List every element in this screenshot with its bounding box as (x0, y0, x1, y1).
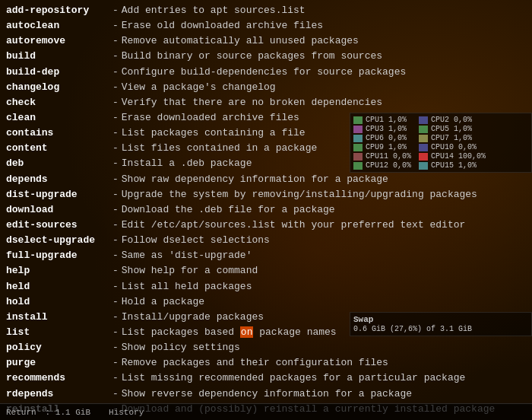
command-name: autoclean (6, 18, 112, 33)
command-name: deb (6, 156, 112, 171)
command-desc: Edit /etc/apt/sources.list with your pre… (122, 218, 526, 233)
cpu-color-box (419, 153, 428, 161)
command-name: dist-upgrade (6, 187, 112, 202)
command-desc: Hold a package (122, 294, 526, 310)
command-name: build-dep (6, 65, 112, 80)
command-dash: - (112, 263, 119, 278)
command-desc: Upgrade the system by removing/installin… (122, 187, 526, 202)
command-desc: Build binary or source packages from sou… (122, 49, 526, 64)
command-dash: - (112, 18, 119, 33)
list-item: changelog- View a package's changelog (6, 80, 526, 95)
command-dash: - (112, 233, 119, 248)
command-desc: View a package's changelog (122, 80, 526, 95)
cpu-label: CPU15 1,0% (431, 161, 484, 170)
cpu-row: CPU12 0,0%CPU15 1,0% (353, 161, 528, 170)
cpu-label: CPU3 1,0% (366, 125, 419, 133)
cpu-color-box (419, 135, 428, 142)
cpu-color-box (353, 116, 363, 124)
command-desc: Add entries to apt sources.list (122, 3, 526, 18)
command-dash: - (112, 279, 119, 294)
cpu-label: CPU11 0,0% (366, 152, 419, 161)
command-dash: - (112, 387, 119, 402)
cpu-color-box (419, 126, 428, 133)
command-desc: Show reverse dependency information for … (122, 387, 526, 402)
cpu-label: CPU7 1,0% (431, 134, 484, 142)
cpu-color-box (419, 116, 428, 124)
cpu-label: CPU1 1,0% (366, 116, 419, 124)
command-dash: - (112, 80, 119, 95)
command-dash: - (112, 3, 119, 18)
command-name: policy (6, 340, 112, 355)
command-name: autoremove (6, 33, 112, 49)
list-item: rdepends- Show reverse dependency inform… (6, 387, 526, 402)
list-item: build-dep- Configure build-dependencies … (6, 65, 526, 80)
command-desc: List all held packages (122, 279, 526, 294)
list-item: depends- Show raw dependency information… (6, 172, 526, 187)
command-desc: Remove automatically all unused packages (122, 33, 526, 49)
cpu-label: CPU2 0,0% (431, 116, 484, 124)
command-desc: Show policy settings (122, 340, 526, 355)
list-item: download- Download the .deb file for a p… (6, 202, 526, 218)
cpu-color-box (353, 153, 363, 161)
command-name: add-repository (6, 3, 112, 18)
list-item: policy- Show policy settings (6, 340, 526, 355)
list-item: held- List all held packages (6, 279, 526, 294)
command-dash: - (112, 156, 119, 171)
list-item: check- Verify that there are no broken d… (6, 95, 526, 110)
command-desc: List missing recommended packages for a … (122, 371, 526, 386)
command-name: recommends (6, 371, 112, 386)
command-dash: - (112, 65, 119, 80)
command-name: check (6, 95, 112, 110)
command-name: edit-sources (6, 218, 112, 233)
command-name: changelog (6, 80, 112, 95)
command-desc: Download the .deb file for a package (122, 202, 526, 218)
cpu-label: CPU9 1,0% (366, 143, 419, 151)
command-name: depends (6, 172, 112, 187)
command-desc: Same as 'dist-upgrade' (122, 248, 526, 263)
command-name: build (6, 49, 112, 64)
command-dash: - (112, 371, 119, 386)
cpu-label: CPU10 0,0% (431, 143, 484, 151)
list-item: purge- Remove packages and their configu… (6, 355, 526, 371)
list-item: recommends- List missing recommended pac… (6, 371, 526, 386)
cpu-color-box (353, 162, 363, 170)
cpu-label: CPU6 0,0% (366, 134, 419, 142)
command-name: download (6, 202, 112, 218)
cpu-label: CPU5 1,0% (431, 125, 484, 133)
command-name: list (6, 325, 112, 340)
history-label: History (109, 408, 144, 417)
command-desc: Remove packages and their configuration … (122, 355, 526, 371)
command-dash: - (112, 248, 119, 263)
list-item: help- Show help for a command (6, 263, 526, 278)
swap-label: Swap (353, 315, 373, 324)
command-name: install (6, 310, 112, 325)
command-dash: - (112, 355, 119, 371)
list-item: edit-sources- Edit /etc/apt/sources.list… (6, 218, 526, 233)
command-name: full-upgrade (6, 248, 112, 263)
cpu-row: CPU6 0,0%CPU7 1,0% (353, 134, 528, 142)
command-dash: - (112, 172, 119, 187)
command-desc: Configure build-dependencies for source … (122, 65, 526, 80)
command-dash: - (112, 202, 119, 218)
swap-panel: Swap 0.6 GiB (27,6%) of 3.1 GiB (350, 312, 532, 336)
cpu-color-box (419, 162, 428, 170)
cpu-row: CPU9 1,0%CPU10 0,0% (353, 143, 528, 151)
command-name: help (6, 263, 112, 278)
command-name: rdepends (6, 387, 112, 402)
command-dash: - (112, 294, 119, 310)
command-dash: - (112, 33, 119, 49)
command-desc: Show help for a command (122, 263, 526, 278)
command-dash: - (112, 141, 119, 156)
cpu-color-box (353, 135, 363, 142)
command-name: content (6, 141, 112, 156)
command-desc: Verify that there are no broken dependen… (122, 95, 526, 110)
list-item: autoclean- Erase old downloaded archive … (6, 18, 526, 33)
cpu-label: CPU14 100,0% (431, 152, 486, 161)
command-list: add-repository- Add entries to apt sourc… (0, 0, 532, 420)
list-item: dselect-upgrade- Follow dselect selectio… (6, 233, 526, 248)
command-name: contains (6, 126, 112, 141)
command-dash: - (112, 310, 119, 325)
command-dash: - (112, 110, 119, 126)
command-name: clean (6, 110, 112, 126)
command-dash: - (112, 340, 119, 355)
